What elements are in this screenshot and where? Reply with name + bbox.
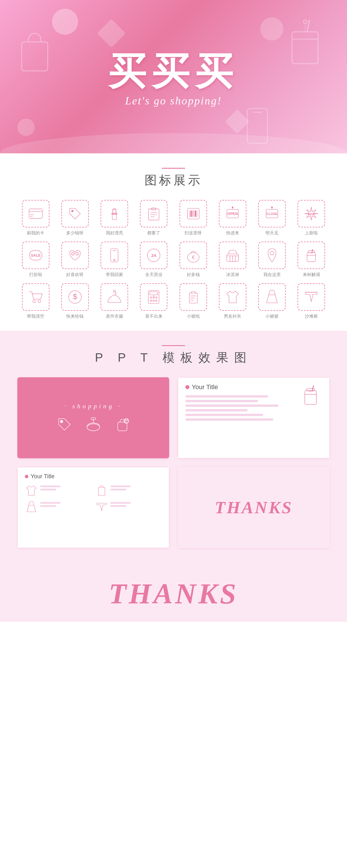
icon-box-dollar: $ — [61, 283, 89, 311]
icon-label-location: 我在这里 — [263, 272, 281, 277]
icon-box-barcode — [180, 200, 207, 227]
preview-3-item-3 — [25, 500, 92, 514]
preview-3-item-2 — [95, 484, 162, 497]
icon-box-open-sign: OPEN — [219, 200, 246, 227]
ppt-section-header: P P T 模板效果图 — [18, 345, 329, 366]
preview-2-right — [293, 383, 322, 452]
bg-circle-1 — [52, 9, 78, 35]
icon-label-hanger: 差件衣服 — [106, 314, 123, 319]
preview-3-line-2b — [111, 489, 126, 490]
svg-point-39 — [271, 207, 273, 208]
svg-point-73 — [153, 300, 155, 302]
icon-item-calculator: 算不出来 — [136, 283, 172, 319]
svg-rect-6 — [247, 108, 267, 143]
preview-3-item-1 — [25, 484, 92, 497]
preview-2-line-1 — [185, 395, 268, 398]
svg-line-93 — [312, 386, 313, 391]
preview-3-dress-icon — [25, 500, 38, 514]
svg-point-74 — [156, 300, 157, 302]
icon-label-price-tag: 多少钱呀 — [66, 230, 84, 236]
preview-3-line-1a — [40, 486, 60, 487]
svg-point-48 — [114, 259, 115, 261]
icon-label-credit-card: 刷我的卡 — [27, 230, 44, 236]
ppt-section-divider — [162, 345, 185, 346]
svg-line-60 — [312, 249, 313, 253]
icon-box-new-badge: NEW — [297, 200, 325, 227]
icon-label-basket: 冰淇淋 — [226, 272, 239, 277]
svg-text:$: $ — [73, 292, 77, 301]
icon-item-credit-card: 刷我的卡 — [18, 200, 54, 236]
price-tag-icon — [67, 206, 83, 222]
icon-item-shirt: 男友衬衣 — [214, 283, 251, 319]
preview-1-content: · shopping · — [18, 377, 169, 458]
icon-box-mobile — [101, 242, 128, 269]
section-divider-top — [162, 168, 185, 169]
svg-rect-68 — [150, 292, 158, 295]
preview-2-line-6 — [185, 418, 273, 421]
hero-subtitle: Let's go shopping! — [125, 94, 222, 107]
svg-rect-94 — [98, 487, 105, 496]
preview-3-dot — [25, 475, 28, 478]
svg-text:24: 24 — [152, 253, 156, 258]
icon-section-header: 图标展示 — [18, 168, 329, 188]
svg-rect-90 — [305, 391, 316, 404]
svg-point-71 — [156, 297, 157, 299]
preview-2-title: Your Title — [185, 383, 289, 391]
preview-3-text-lines-2 — [111, 484, 131, 490]
dollar-icon: $ — [67, 289, 83, 305]
ppt-previews-grid: · shopping · — [18, 377, 329, 548]
icon-item-lipstick: 我好漂亮 — [96, 200, 133, 236]
icon-item-shorts: 沙滩裤 — [293, 283, 329, 319]
svg-rect-1 — [292, 32, 318, 64]
icon-item-new-badge: NEW 上新啦 — [293, 200, 329, 236]
icon-item-drink: 来杯解渴 — [293, 242, 329, 277]
icon-box-shorts — [297, 283, 325, 311]
icons-grid: 刷我的卡 多少钱呀 我好漂亮 — [18, 200, 329, 319]
icon-item-heart: 好喜欢呀 — [57, 242, 93, 277]
icon-item-dollar: $ 快来给钱 — [57, 283, 93, 319]
svg-point-83 — [60, 420, 63, 423]
svg-rect-16 — [149, 209, 159, 220]
svg-point-44 — [71, 252, 74, 255]
bg-circle-2 — [260, 18, 283, 40]
preview-3-text-lines-1 — [40, 484, 60, 490]
icon-item-cart: 帮我清空 — [18, 283, 54, 319]
ppt-section: P P T 模板效果图 · shopping · — [0, 331, 347, 565]
preview-3-content: Your Title — [18, 467, 169, 548]
cart-icon — [28, 289, 44, 305]
icon-box-calculator — [140, 283, 167, 311]
preview-2-content: Your Title — [178, 377, 329, 458]
thanks-footer: THANKS — [0, 565, 347, 622]
ppt-preview-1: · shopping · — [18, 377, 169, 458]
icon-item-basket: 冰淇淋 — [214, 242, 251, 277]
svg-rect-15 — [113, 210, 116, 213]
svg-point-63 — [38, 300, 40, 303]
icon-box-clipboard — [140, 200, 167, 227]
preview-3-line-2a — [111, 486, 131, 487]
preview-3-item-4 — [95, 500, 162, 514]
svg-text:SALE: SALE — [31, 253, 41, 257]
icon-label-dollar: 快来给钱 — [66, 314, 84, 319]
svg-point-62 — [33, 300, 35, 303]
clipboard-icon — [146, 206, 162, 222]
icon-box-price-tag — [61, 200, 89, 227]
bg-wave — [0, 133, 347, 153]
sale-tag-icon: SALE — [28, 247, 44, 263]
icon-box-location — [258, 242, 286, 269]
bg-bag-left — [18, 29, 52, 75]
svg-text:CLOSE: CLOSE — [266, 212, 278, 216]
icon-label-sale-tag: 打折啦 — [29, 272, 42, 277]
icon-label-cart: 帮我清空 — [27, 314, 44, 319]
icon-label-skirt-paper: 小裙纸 — [187, 314, 200, 319]
hero-title: 买买买 — [108, 46, 239, 97]
icon-box-coin-bag: € — [180, 242, 207, 269]
preview-3-line-3a — [40, 502, 60, 504]
svg-point-66 — [113, 290, 115, 292]
svg-point-89 — [125, 418, 128, 421]
preview-1-title: · shopping · — [64, 402, 122, 410]
preview-2-line-3 — [185, 404, 279, 407]
open-sign-icon: OPEN — [225, 206, 241, 222]
icon-label-coin-bag: 好多钱 — [187, 272, 200, 277]
preview-2-dot — [185, 385, 189, 389]
preview-3-title: Your Title — [25, 473, 162, 480]
